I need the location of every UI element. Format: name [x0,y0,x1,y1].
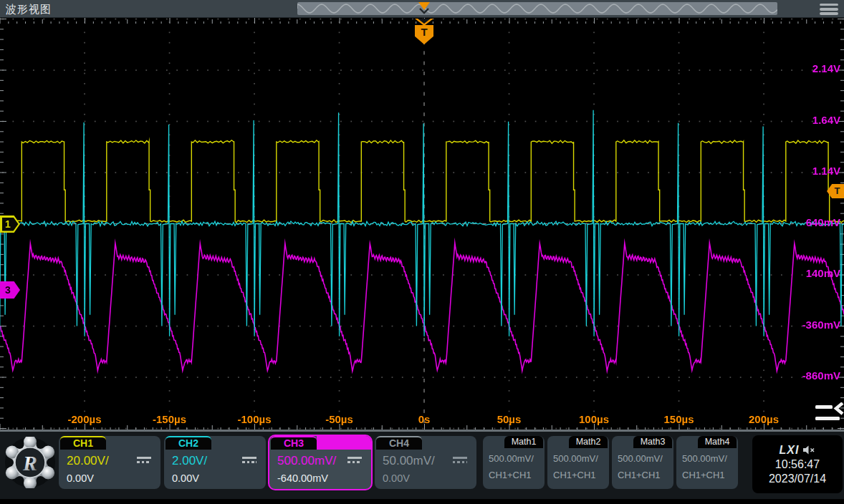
math3-box[interactable]: Math3 500.00mV/ CH1+CH1 [612,436,673,489]
horizontal-pan-scrollbar[interactable] [297,2,777,15]
time-axis-label: -200µs [67,413,101,425]
math1-box[interactable]: Math1 500.00mV/ CH1+CH1 [483,436,545,489]
channel-box-ch2[interactable]: CH2 2.00V/ 0.00V [164,436,266,489]
bottom-toolbar: R CH1 20.00V/ 0.00V CH2 2.00V/ 0.00V CH3… [0,430,844,499]
time-axis-label: 100µs [579,413,609,425]
ch4-tab[interactable]: CH4 [376,436,422,450]
time-axis-label: 50µs [497,413,522,425]
pan-scrollbar-wave-icon [297,2,777,15]
volt-axis-label: 2.14V [812,62,840,74]
volt-axis-label: 140mV [806,267,840,279]
ch3-offset: -640.00mV [277,472,328,484]
rigol-gear-logo-icon[interactable]: R [4,437,56,488]
mute-speaker-icon [802,445,815,455]
page-title: 波形视图 [6,0,52,18]
volt-axis-label: 1.14V [812,165,840,177]
volt-axis-label: -360mV [802,319,840,331]
ch2-offset: 0.00V [172,472,199,484]
hamburger-menu-icon[interactable] [820,4,838,15]
ch3-tab[interactable]: CH3 [271,436,317,450]
ch3-ground-marker[interactable]: 3 [0,281,20,299]
math3-tab[interactable]: Math3 [633,436,672,448]
ch1-scale: 20.00V/ [67,454,109,467]
ch4-scale: 50.00mV/ [383,454,435,467]
math2-box[interactable]: Math2 500.00mV/ CH1+CH1 [547,436,609,489]
waveform-display[interactable] [0,18,844,430]
ch2-scale: 2.00V/ [172,454,207,467]
dc-coupling-icon [347,457,362,464]
volt-axis-label: -860mV [802,369,840,382]
ch3-scale: 500.00mV/ [277,454,336,467]
clock-time: 10:56:47 [775,458,820,471]
ch1-offset: 0.00V [67,472,94,484]
dc-coupling-icon [137,457,151,464]
math1-tab[interactable]: Math1 [504,436,543,448]
time-axis-label: -150µs [153,413,186,425]
time-axis-label: -50µs [325,413,353,425]
clock-date: 2023/07/14 [769,472,826,485]
oscilloscope-screen: 波形视图 -200µs-150µs-100µs-50µs0s50µs100µs1… [0,0,844,504]
lxi-logo: LXI [780,444,800,457]
channel-box-ch3[interactable]: CH3 500.00mV/ -640.00mV [269,436,371,489]
dc-coupling-icon [242,457,256,464]
svg-text:R: R [22,451,37,475]
channel-box-ch1[interactable]: CH1 20.00V/ 0.00V [59,436,160,489]
time-axis-label: -100µs [237,413,271,425]
ch1-tab[interactable]: CH1 [60,436,106,450]
status-clock-box[interactable]: LXI 10:56:47 2023/07/14 [752,435,843,493]
time-axis-label: 0s [418,413,431,425]
trigger-position-triangle-inner [418,19,431,24]
volt-axis-label: 1.64V [812,114,840,126]
channel-box-ch4[interactable]: CH4 50.00mV/ 0.00V [375,436,476,489]
pan-chevron-icon [418,8,430,14]
time-axis-label: 150µs [663,413,694,425]
top-bar: 波形视图 [0,0,844,18]
menu-collapse-icon[interactable] [814,402,844,427]
math2-tab[interactable]: Math2 [569,436,608,448]
ch2-tab[interactable]: CH2 [166,436,211,450]
math4-box[interactable]: Math4 500.00mV/ CH1+CH1 [676,436,738,489]
ch4-offset: 0.00V [383,472,410,484]
math4-tab[interactable]: Math4 [698,436,737,448]
dc-coupling-icon [453,457,467,464]
time-axis-label: 200µs [749,413,779,425]
ch1-ground-marker[interactable]: 1 [0,215,20,233]
volt-axis-label: 640mV [806,216,840,228]
